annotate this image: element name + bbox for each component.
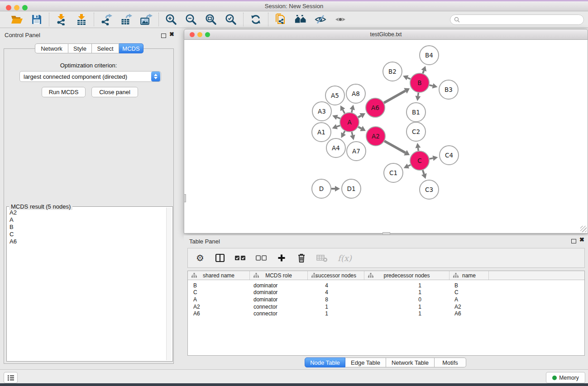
edge-B-B4[interactable] [423, 71, 424, 73]
mcds-result-item[interactable]: A2 [10, 209, 166, 216]
edge-A-A1[interactable] [337, 125, 340, 127]
table-row[interactable]: A2connector11A2 [188, 303, 584, 310]
delete-table-icon[interactable] [316, 254, 328, 262]
table-row[interactable]: Bdominator41B [188, 282, 584, 289]
table-cell[interactable]: dominator [250, 289, 308, 295]
edge-A-A3[interactable] [337, 117, 340, 119]
edge-A2-C[interactable] [384, 141, 405, 153]
edge-C-C1[interactable] [408, 165, 411, 166]
net-zoom-icon[interactable] [205, 32, 210, 37]
table-cell[interactable]: 4 [308, 282, 364, 289]
close-panel-button[interactable]: Close panel [91, 87, 138, 97]
zoom-fit-icon[interactable] [205, 14, 217, 25]
table-cell[interactable]: connector [250, 304, 308, 310]
minimize-window-icon[interactable] [14, 5, 19, 10]
table-cell[interactable]: C [188, 289, 250, 295]
table-close-icon[interactable]: ✖ [579, 236, 584, 243]
close-window-icon[interactable] [6, 5, 11, 10]
network-canvas[interactable]: B4B2BB3A5A8A6A3B1AA1C2A2A4A7C4CC1C3DD1 [184, 40, 588, 234]
mcds-scrollbar[interactable] [166, 208, 172, 360]
resize-grip-icon[interactable] [580, 226, 587, 232]
column-header-MCDS-role[interactable]: MCDS role [250, 271, 308, 280]
export-table-icon[interactable] [120, 14, 133, 25]
mcds-result-item[interactable]: A6 [10, 238, 166, 245]
table-cell[interactable]: A [188, 296, 250, 303]
task-history-button[interactable] [4, 372, 18, 383]
table-cell[interactable]: 8 [308, 296, 364, 303]
table-tab-network-table[interactable]: Network Table [386, 357, 435, 367]
network-window-titlebar[interactable]: testGlobe.txt [184, 29, 588, 40]
splitter-handle-left[interactable] [184, 194, 186, 202]
split-view-icon[interactable] [215, 253, 225, 263]
edge-C-C2[interactable] [418, 148, 418, 151]
table-cell[interactable]: A6 [449, 310, 489, 317]
edge-A-A4[interactable] [344, 131, 345, 133]
edge-A-A5[interactable] [343, 110, 344, 114]
add-column-icon[interactable] [277, 254, 287, 262]
table-cell[interactable]: 1 [364, 289, 449, 295]
show-panels-icon[interactable] [294, 14, 307, 25]
run-mcds-button[interactable]: Run MCDS [42, 87, 86, 97]
net-minimize-icon[interactable] [197, 32, 202, 37]
mcds-result-item[interactable]: A [10, 216, 166, 224]
column-header-predecessor-nodes[interactable]: predecessor nodes [364, 271, 449, 280]
save-session-icon[interactable] [30, 14, 43, 25]
table-cell[interactable]: connector [250, 310, 308, 317]
column-header-shared-name[interactable]: shared name [188, 271, 250, 280]
mcds-result-item[interactable]: C [10, 231, 166, 238]
zoom-window-icon[interactable] [22, 5, 28, 10]
deselect-all-columns-icon[interactable] [256, 255, 267, 261]
import-table-icon[interactable] [75, 14, 88, 25]
new-network-icon[interactable] [274, 14, 287, 25]
mcds-result-item[interactable]: B [10, 224, 166, 231]
zoom-selected-icon[interactable] [225, 14, 237, 25]
net-close-icon[interactable] [190, 32, 195, 37]
edge-A-A8[interactable] [352, 110, 352, 112]
edge-C-C4[interactable] [430, 158, 433, 159]
table-row[interactable]: Cdominator41C [188, 289, 584, 296]
edge-A-A2[interactable] [358, 127, 361, 129]
table-cell[interactable]: 1 [308, 310, 364, 317]
edge-A-A6[interactable] [358, 116, 361, 118]
table-cell[interactable]: 4 [308, 289, 364, 295]
edge-B-B3[interactable] [429, 85, 433, 86]
tab-select[interactable]: Select [92, 43, 119, 53]
mcds-result-list[interactable]: A2ABCA6 [8, 208, 166, 360]
table-cell[interactable]: 0 [364, 296, 449, 303]
search-input[interactable] [462, 17, 580, 23]
splitter-handle-bottom[interactable] [382, 232, 390, 235]
table-cell[interactable]: B [188, 282, 250, 289]
table-cell[interactable]: 1 [308, 304, 364, 310]
function-builder-icon[interactable]: f(x) [338, 253, 352, 263]
network-graph[interactable]: B4B2BB3A5A8A6A3B1AA1C2A2A4A7C4CC1C3DD1 [184, 40, 588, 233]
tab-style[interactable]: Style [68, 43, 92, 53]
table-tab-node-table[interactable]: Node Table [305, 357, 345, 367]
refresh-icon[interactable] [249, 14, 262, 25]
hide-selected-icon[interactable] [314, 14, 327, 25]
edge-A-A7[interactable] [352, 132, 353, 135]
table-cell[interactable]: A2 [449, 304, 489, 310]
table-float-icon[interactable] [571, 239, 576, 243]
table-cell[interactable]: C [449, 289, 489, 295]
column-header-successor-nodes[interactable]: successor nodes [308, 271, 364, 280]
close-panel-icon[interactable]: ✖ [169, 31, 174, 38]
table-cell[interactable]: 1 [364, 282, 449, 289]
tab-mcds[interactable]: MCDS [119, 43, 143, 53]
show-all-icon[interactable] [334, 14, 347, 25]
zoom-in-icon[interactable] [165, 14, 177, 25]
column-header-name[interactable]: name [449, 271, 489, 280]
table-row[interactable]: Adominator80A [188, 296, 584, 303]
memory-button[interactable]: Memory [546, 372, 585, 383]
table-row[interactable]: A6connector11A6 [188, 310, 584, 317]
open-session-icon[interactable] [10, 14, 23, 25]
edge-B-B1[interactable] [418, 93, 418, 96]
table-tab-edge-table[interactable]: Edge Table [345, 357, 386, 367]
table-cell[interactable]: A6 [188, 310, 250, 317]
table-cell[interactable]: B [449, 282, 489, 289]
table-cell[interactable]: 1 [364, 310, 449, 317]
select-all-columns-icon[interactable] [235, 255, 246, 261]
table-tab-motifs[interactable]: Motifs [435, 357, 466, 367]
edge-B-B2[interactable] [407, 78, 410, 79]
delete-column-icon[interactable] [296, 253, 306, 263]
export-network-icon[interactable] [100, 14, 113, 25]
